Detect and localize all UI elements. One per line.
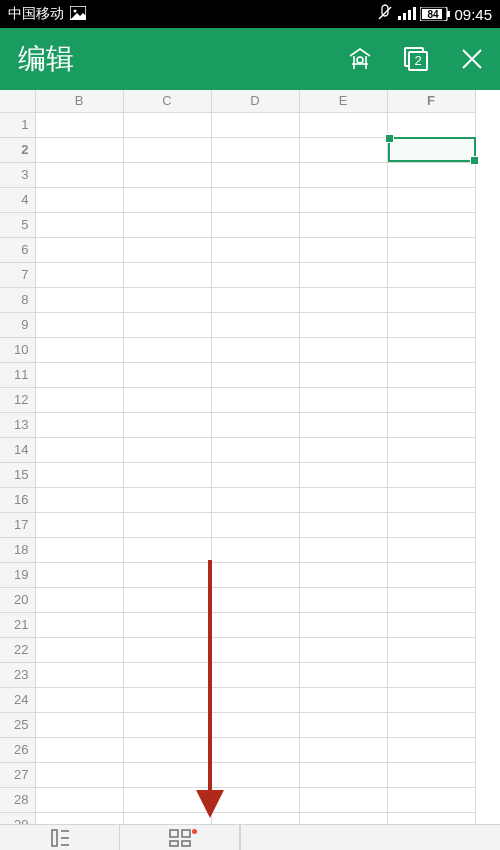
cell-B15[interactable]: [35, 462, 123, 487]
cell-B4[interactable]: [35, 187, 123, 212]
cell-E15[interactable]: [299, 462, 387, 487]
row-header-11[interactable]: 11: [0, 362, 35, 387]
cell-B25[interactable]: [35, 712, 123, 737]
cell-E9[interactable]: [299, 312, 387, 337]
cell-D4[interactable]: [211, 187, 299, 212]
cell-C4[interactable]: [123, 187, 211, 212]
row-header-29[interactable]: 29: [0, 812, 35, 824]
cell-C24[interactable]: [123, 687, 211, 712]
cell-F13[interactable]: [387, 412, 475, 437]
cell-F8[interactable]: [387, 287, 475, 312]
cell-F17[interactable]: [387, 512, 475, 537]
cell-E12[interactable]: [299, 387, 387, 412]
cell-C21[interactable]: [123, 612, 211, 637]
row-header-27[interactable]: 27: [0, 762, 35, 787]
cell-B13[interactable]: [35, 412, 123, 437]
cell-D12[interactable]: [211, 387, 299, 412]
cell-B26[interactable]: [35, 737, 123, 762]
cell-C20[interactable]: [123, 587, 211, 612]
cell-C22[interactable]: [123, 637, 211, 662]
cell-C23[interactable]: [123, 662, 211, 687]
close-button[interactable]: [444, 28, 500, 90]
cell-D15[interactable]: [211, 462, 299, 487]
cell-B27[interactable]: [35, 762, 123, 787]
row-header-16[interactable]: 16: [0, 487, 35, 512]
cell-F28[interactable]: [387, 787, 475, 812]
cell-B19[interactable]: [35, 562, 123, 587]
cell-F19[interactable]: [387, 562, 475, 587]
cell-B2[interactable]: [35, 137, 123, 162]
cell-C28[interactable]: [123, 787, 211, 812]
cell-F15[interactable]: [387, 462, 475, 487]
spreadsheet-grid[interactable]: B C D E F 123456789101112131415161718192…: [0, 90, 476, 824]
cell-E16[interactable]: [299, 487, 387, 512]
cell-B20[interactable]: [35, 587, 123, 612]
spreadsheet-area[interactable]: B C D E F 123456789101112131415161718192…: [0, 90, 500, 824]
cell-D29[interactable]: [211, 812, 299, 824]
cell-C27[interactable]: [123, 762, 211, 787]
cell-E21[interactable]: [299, 612, 387, 637]
cell-D20[interactable]: [211, 587, 299, 612]
cell-D11[interactable]: [211, 362, 299, 387]
keyboard-toggle-button[interactable]: [0, 825, 120, 851]
cell-F1[interactable]: [387, 112, 475, 137]
cell-D8[interactable]: [211, 287, 299, 312]
row-header-9[interactable]: 9: [0, 312, 35, 337]
cell-B24[interactable]: [35, 687, 123, 712]
col-header-E[interactable]: E: [299, 90, 387, 112]
cell-B8[interactable]: [35, 287, 123, 312]
cell-E29[interactable]: [299, 812, 387, 824]
cell-F4[interactable]: [387, 187, 475, 212]
cell-E18[interactable]: [299, 537, 387, 562]
cell-E4[interactable]: [299, 187, 387, 212]
cell-D3[interactable]: [211, 162, 299, 187]
cell-B23[interactable]: [35, 662, 123, 687]
cell-D2[interactable]: [211, 137, 299, 162]
row-header-17[interactable]: 17: [0, 512, 35, 537]
cell-D18[interactable]: [211, 537, 299, 562]
row-header-25[interactable]: 25: [0, 712, 35, 737]
col-header-F[interactable]: F: [387, 90, 475, 112]
cell-B17[interactable]: [35, 512, 123, 537]
cell-D7[interactable]: [211, 262, 299, 287]
cell-B5[interactable]: [35, 212, 123, 237]
row-header-3[interactable]: 3: [0, 162, 35, 187]
cell-E13[interactable]: [299, 412, 387, 437]
cell-E26[interactable]: [299, 737, 387, 762]
cell-D27[interactable]: [211, 762, 299, 787]
cell-D28[interactable]: [211, 787, 299, 812]
cell-F2[interactable]: [387, 137, 475, 162]
row-header-7[interactable]: 7: [0, 262, 35, 287]
cell-C1[interactable]: [123, 112, 211, 137]
cell-E17[interactable]: [299, 512, 387, 537]
cell-D5[interactable]: [211, 212, 299, 237]
cell-D26[interactable]: [211, 737, 299, 762]
cell-C29[interactable]: [123, 812, 211, 824]
cell-C9[interactable]: [123, 312, 211, 337]
row-header-4[interactable]: 4: [0, 187, 35, 212]
toolbox-button[interactable]: [332, 28, 388, 90]
cell-E1[interactable]: [299, 112, 387, 137]
cell-C26[interactable]: [123, 737, 211, 762]
cell-D25[interactable]: [211, 712, 299, 737]
cell-F6[interactable]: [387, 237, 475, 262]
cell-C16[interactable]: [123, 487, 211, 512]
row-header-2[interactable]: 2: [0, 137, 35, 162]
row-header-28[interactable]: 28: [0, 787, 35, 812]
cell-B10[interactable]: [35, 337, 123, 362]
cell-E20[interactable]: [299, 587, 387, 612]
cell-E5[interactable]: [299, 212, 387, 237]
cell-B12[interactable]: [35, 387, 123, 412]
cell-C14[interactable]: [123, 437, 211, 462]
cell-F24[interactable]: [387, 687, 475, 712]
cell-F23[interactable]: [387, 662, 475, 687]
row-header-20[interactable]: 20: [0, 587, 35, 612]
cell-B14[interactable]: [35, 437, 123, 462]
cell-B1[interactable]: [35, 112, 123, 137]
row-header-6[interactable]: 6: [0, 237, 35, 262]
cell-F5[interactable]: [387, 212, 475, 237]
cell-C10[interactable]: [123, 337, 211, 362]
cell-E7[interactable]: [299, 262, 387, 287]
cell-E25[interactable]: [299, 712, 387, 737]
cell-E19[interactable]: [299, 562, 387, 587]
